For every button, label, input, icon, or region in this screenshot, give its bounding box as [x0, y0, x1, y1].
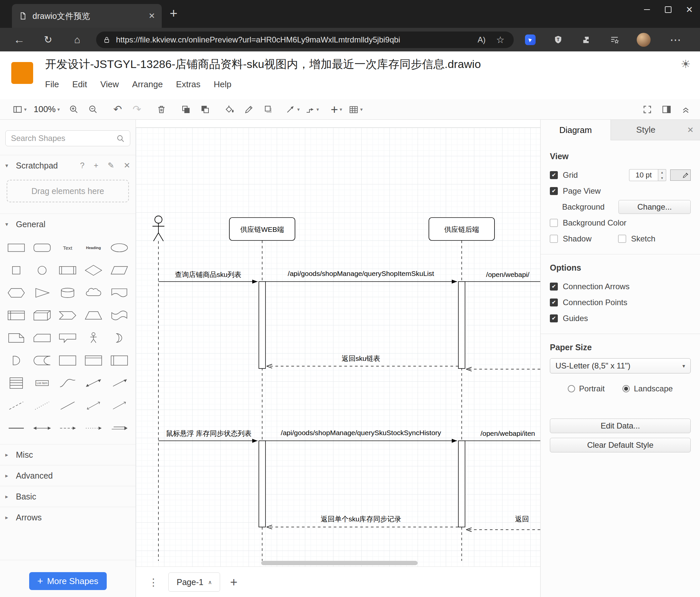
grid-size-stepper[interactable]: ▲▼	[658, 169, 666, 181]
more-shapes-button[interactable]: + More Shapes	[29, 572, 107, 590]
shape-callout-icon[interactable]	[55, 327, 81, 349]
extensions-puzzle-icon[interactable]	[577, 28, 595, 51]
horizontal-scrollbar[interactable]	[261, 561, 418, 565]
shape-or-icon[interactable]	[106, 327, 132, 349]
menu-edit[interactable]: Edit	[72, 79, 87, 90]
shape-dashed-arrow-icon[interactable]	[55, 417, 81, 439]
scratchpad-help-icon[interactable]: ?	[80, 161, 84, 170]
shape-and-icon[interactable]	[3, 349, 29, 372]
shape-step-icon[interactable]	[55, 304, 81, 327]
delete-button[interactable]	[152, 101, 171, 117]
shape-internal-storage-icon[interactable]	[3, 304, 29, 327]
fullscreen-button[interactable]	[638, 101, 657, 117]
favorites-hub-icon[interactable]	[605, 28, 624, 51]
shape-double-arrow-icon[interactable]	[29, 417, 55, 439]
menu-extras[interactable]: Extras	[176, 79, 201, 90]
page-tab[interactable]: Page-1 ∧	[168, 572, 220, 592]
fill-color-button[interactable]	[220, 101, 239, 117]
shape-data-storage-icon[interactable]	[29, 349, 55, 372]
misc-section-header[interactable]: ▸ Misc	[0, 444, 135, 465]
home-button[interactable]: ⌂	[67, 28, 87, 51]
shape-tape-icon[interactable]	[106, 304, 132, 327]
to-front-button[interactable]	[176, 101, 196, 117]
shape-rectangle-icon[interactable]	[3, 237, 29, 259]
shape-diamond-icon[interactable]	[80, 259, 106, 282]
shape-directional-connector-icon[interactable]	[106, 395, 132, 417]
shape-dotted-line-icon[interactable]	[29, 395, 55, 417]
address-bar[interactable]: https://file.kkview.cn/onlinePreview?url…	[96, 31, 514, 48]
line-color-button[interactable]	[239, 101, 258, 117]
shape-rounded-rectangle-icon[interactable]	[29, 237, 55, 259]
drawing-canvas[interactable]: 供应链WEB端 供应链后端 查询店铺商品sku列表 /api/goods/sho…	[136, 120, 540, 567]
shape-note-icon[interactable]	[3, 327, 29, 349]
activation-bar[interactable]	[259, 441, 266, 527]
shape-container-icon[interactable]	[55, 349, 81, 372]
activation-bar[interactable]	[259, 282, 266, 368]
scratchpad-dropzone[interactable]: Drag elements here	[7, 180, 129, 202]
menu-file[interactable]: File	[45, 79, 59, 90]
shape-ellipse-icon[interactable]	[106, 237, 132, 259]
format-panel-toggle-button[interactable]	[657, 101, 676, 117]
basic-section-header[interactable]: ▸ Basic	[0, 486, 135, 507]
panel-close-icon[interactable]: ✕	[681, 120, 700, 140]
zoom-out-button[interactable]	[83, 101, 103, 117]
shape-hexagon-icon[interactable]	[3, 282, 29, 304]
shape-dotted-arrow-icon[interactable]	[80, 417, 106, 439]
shape-trapezoid-icon[interactable]	[80, 304, 106, 327]
guides-checkbox[interactable]: ✔	[550, 314, 558, 323]
shape-document-icon[interactable]	[106, 282, 132, 304]
grid-checkbox[interactable]: ✔	[550, 171, 558, 179]
shape-dashed-line-icon[interactable]	[3, 395, 29, 417]
advanced-section-header[interactable]: ▸ Advanced	[0, 465, 135, 486]
back-button[interactable]: ←	[9, 28, 29, 51]
change-background-button[interactable]: Change...	[619, 200, 691, 214]
shape-circle-icon[interactable]	[29, 259, 55, 282]
shape-actor-icon[interactable]	[80, 327, 106, 349]
search-shapes-input[interactable]	[5, 130, 130, 146]
pages-menu-icon[interactable]: ⋮	[149, 576, 158, 588]
message-hover-stock-sync[interactable]: 鼠标悬浮 库存同步状态列表	[158, 430, 257, 441]
browser-menu-icon[interactable]: ⋯	[666, 28, 685, 51]
shape-bidirectional-connector-icon[interactable]	[80, 395, 106, 417]
shape-horizontal-line-icon[interactable]	[3, 417, 29, 439]
window-close-button[interactable]: ✕	[679, 0, 700, 19]
scratchpad-close-icon[interactable]: ✕	[124, 161, 130, 170]
shape-text-icon[interactable]: Text	[55, 237, 81, 259]
zoom-level-dropdown[interactable]: 100%▾	[29, 101, 64, 117]
table-button[interactable]: ▾	[346, 101, 365, 117]
shape-process-icon[interactable]	[55, 259, 81, 282]
participant-backend[interactable]: 供应链后端	[429, 218, 495, 240]
message-api-query-sku-stock-sync-history[interactable]: /api/goods/shopManage/querySkuStockSyncH…	[266, 429, 457, 441]
new-tab-button[interactable]: +	[170, 6, 177, 21]
message-open-webapi[interactable]: /open/webapi/	[465, 271, 540, 282]
message-api-query-shop-item-sku-list[interactable]: /api/goods/shopManage/queryShopItemSkuLi…	[266, 270, 457, 282]
shape-heading-icon[interactable]: Heading	[80, 237, 106, 259]
shape-vertical-container-icon[interactable]	[80, 349, 106, 372]
general-section-header[interactable]: ▾ General	[0, 214, 135, 235]
browser-tab[interactable]: drawio文件预览 ✕	[12, 4, 162, 28]
connection-points-checkbox[interactable]: ✔	[550, 298, 558, 307]
menu-help[interactable]: Help	[214, 79, 231, 90]
shape-bidirectional-arrow-icon[interactable]	[80, 372, 106, 395]
message-open-webapi-item[interactable]: /open/webapi/iten	[465, 430, 540, 441]
shape-parallelogram-icon[interactable]	[106, 259, 132, 282]
shape-cylinder-icon[interactable]	[55, 282, 81, 304]
shape-list-icon[interactable]	[3, 372, 29, 395]
read-aloud-icon[interactable]: A)	[475, 35, 488, 44]
portrait-radio[interactable]	[568, 385, 575, 392]
participant-web[interactable]: 供应链WEB端	[229, 218, 295, 240]
shape-horizontal-container-icon[interactable]	[106, 349, 132, 372]
refresh-button[interactable]: ↻	[38, 28, 58, 51]
background-color-checkbox[interactable]	[550, 219, 558, 227]
connection-style-button[interactable]: ▾	[283, 101, 302, 117]
undo-button[interactable]: ↶	[108, 101, 127, 117]
activation-bar[interactable]	[458, 282, 465, 368]
tab-diagram[interactable]: Diagram	[541, 120, 611, 140]
menu-arrange[interactable]: Arrange	[132, 79, 163, 90]
shape-triangle-icon[interactable]	[29, 282, 55, 304]
arrows-section-header[interactable]: ▸ Arrows	[0, 507, 135, 528]
shape-card-icon[interactable]	[29, 327, 55, 349]
edit-data-button[interactable]: Edit Data...	[550, 419, 691, 433]
connection-arrows-checkbox[interactable]: ✔	[550, 283, 558, 290]
actor-figure[interactable]	[152, 216, 165, 241]
